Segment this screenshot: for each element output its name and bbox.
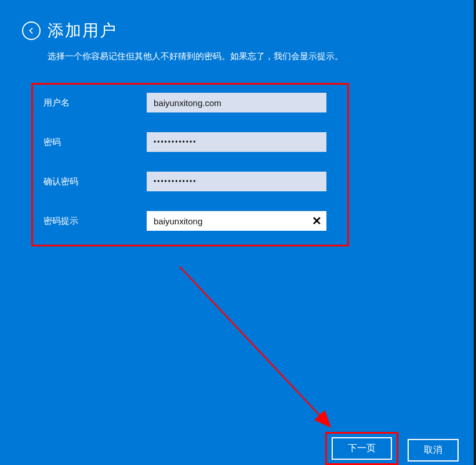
password-hint-input[interactable]: [147, 211, 326, 231]
password-input[interactable]: ••••••••••••: [147, 132, 326, 152]
form-container: 用户名 密码 •••••••••••• 确认密码 •••••••••••• 密码…: [31, 83, 349, 246]
confirm-password-input[interactable]: ••••••••••••: [147, 172, 326, 191]
page-title: 添加用户: [48, 20, 117, 42]
password-hint-label: 密码提示: [43, 216, 147, 227]
username-label: 用户名: [43, 97, 147, 108]
back-icon[interactable]: [22, 21, 41, 40]
cancel-button[interactable]: 取消: [408, 439, 459, 462]
svg-line-1: [180, 267, 329, 426]
password-label: 密码: [43, 137, 147, 148]
confirm-password-label: 确认密码: [43, 176, 147, 187]
username-input[interactable]: [147, 93, 326, 112]
annotation-arrow: [174, 261, 377, 452]
page-subtitle: 选择一个你容易记住但其他人不好猜到的密码。如果忘了，我们会显示提示。: [0, 42, 476, 62]
clear-icon[interactable]: ✕: [312, 215, 322, 227]
window-edge: [474, 0, 476, 465]
